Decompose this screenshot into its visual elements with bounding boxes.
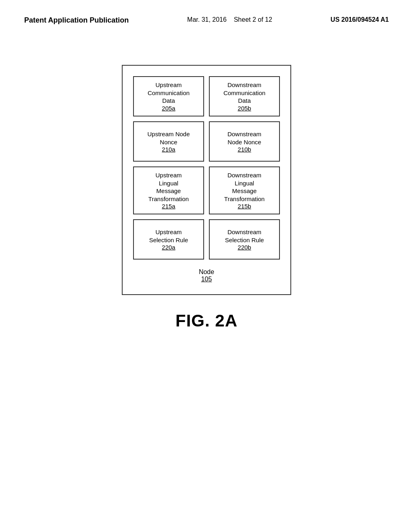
- upstream-lingual-message-label: UpstreamLingualMessageTransformation: [148, 171, 189, 203]
- diagram-row-1: UpstreamCommunicationData 205a Downstrea…: [131, 74, 282, 119]
- diagram-row-4: UpstreamSelection Rule 220a DownstreamSe…: [131, 217, 282, 262]
- main-content: UpstreamCommunicationData 205a Downstrea…: [0, 33, 413, 330]
- downstream-communication-data-id: 205b: [238, 105, 251, 112]
- node-footer: Node 105: [131, 262, 282, 286]
- downstream-node-nonce-label: DownstreamNode Nonce: [227, 130, 261, 146]
- downstream-lingual-message-id: 215b: [238, 203, 251, 210]
- upstream-lingual-message-id: 215a: [162, 203, 175, 210]
- page-header: Patent Application Publication Mar. 31, …: [0, 0, 413, 33]
- downstream-selection-rule-id: 220b: [238, 244, 251, 251]
- header-date: Mar. 31, 2016: [187, 16, 227, 23]
- upstream-node-nonce-label: Upstream NodeNonce: [147, 130, 190, 146]
- upstream-communication-data-cell: UpstreamCommunicationData 205a: [133, 76, 204, 116]
- downstream-lingual-message-label: DownstreamLingualMessageTransformation: [224, 171, 265, 203]
- upstream-node-nonce-id: 210a: [162, 146, 175, 153]
- header-sheet: Sheet 2 of 12: [234, 16, 272, 23]
- downstream-node-nonce-cell: DownstreamNode Nonce 210b: [209, 121, 280, 162]
- downstream-node-nonce-id: 210b: [238, 146, 251, 153]
- upstream-selection-rule-cell: UpstreamSelection Rule 220a: [133, 219, 204, 260]
- upstream-node-nonce-cell: Upstream NodeNonce 210a: [133, 121, 204, 162]
- downstream-communication-data-cell: DownstreamCommunicationData 205b: [209, 76, 280, 116]
- upstream-lingual-message-cell: UpstreamLingualMessageTransformation 215…: [133, 166, 204, 214]
- diagram-row-3: UpstreamLingualMessageTransformation 215…: [131, 164, 282, 217]
- upstream-communication-data-id: 205a: [162, 105, 175, 112]
- upstream-selection-rule-id: 220a: [162, 244, 175, 251]
- node-container: UpstreamCommunicationData 205a Downstrea…: [122, 65, 291, 295]
- upstream-selection-rule-label: UpstreamSelection Rule: [149, 228, 188, 244]
- node-id: 105: [131, 276, 282, 283]
- figure-caption: FIG. 2A: [175, 311, 238, 330]
- downstream-communication-data-label: DownstreamCommunicationData: [223, 81, 265, 105]
- header-patent-number: US 2016/094524 A1: [331, 16, 389, 23]
- downstream-selection-rule-label: DownstreamSelection Rule: [225, 228, 264, 244]
- header-title: Patent Application Publication: [24, 16, 129, 25]
- upstream-communication-data-label: UpstreamCommunicationData: [148, 81, 190, 105]
- node-label: Node: [131, 268, 282, 276]
- downstream-selection-rule-cell: DownstreamSelection Rule 220b: [209, 219, 280, 260]
- diagram-row-2: Upstream NodeNonce 210a DownstreamNode N…: [131, 119, 282, 164]
- downstream-lingual-message-cell: DownstreamLingualMessageTransformation 2…: [209, 166, 280, 214]
- header-sheet-info: Mar. 31, 2016 Sheet 2 of 12: [187, 16, 272, 23]
